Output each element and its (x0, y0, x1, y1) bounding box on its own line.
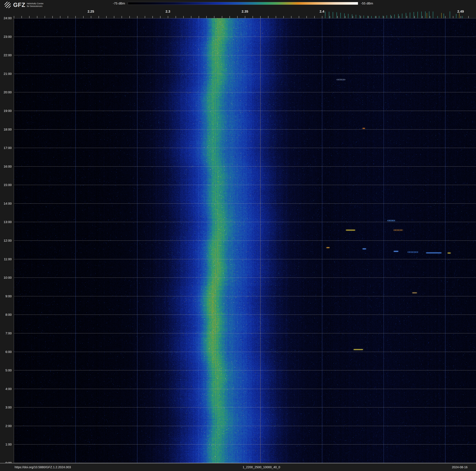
channel-marker-tick (456, 14, 456, 18)
freq-minor-tick (299, 16, 299, 18)
time-tick-label: 1:00 (5, 443, 12, 446)
logo-subtitle: Helmholtz Centre for Geosciences (27, 2, 43, 8)
time-tick-label: 20:00 (3, 91, 12, 94)
freq-minor-tick (399, 16, 399, 18)
channel-marker-tick (443, 14, 444, 18)
rfi-event (448, 253, 451, 253)
freq-minor-tick (91, 16, 91, 18)
hour-gridline (14, 92, 476, 92)
freq-minor-tick (376, 16, 376, 18)
time-tick-label: 7:00 (5, 331, 12, 335)
freq-minor-tick (75, 16, 76, 18)
channel-marker-tick (414, 12, 414, 18)
freq-minor-tick (422, 16, 422, 18)
freq-minor-tick (83, 16, 84, 18)
freq-minor-tick (183, 16, 184, 18)
freq-minor-tick (260, 16, 261, 18)
hour-gridline (14, 370, 476, 370)
hour-gridline (14, 389, 476, 389)
freq-minor-tick (230, 16, 230, 18)
channel-marker-tick (348, 14, 348, 18)
freq-minor-tick (45, 16, 45, 18)
channel-marker-tick (356, 15, 356, 18)
channel-marker-tick (325, 12, 325, 18)
rfi-event (346, 230, 355, 230)
rfi-event (326, 247, 329, 248)
hour-gridline (14, 74, 476, 74)
channel-marker-tick (438, 16, 438, 18)
freq-minor-tick (368, 16, 369, 18)
rfi-event (388, 220, 395, 221)
freq-minor-tick (283, 16, 284, 18)
freq-minor-tick (345, 16, 345, 18)
channel-marker-tick (364, 16, 364, 18)
freq-minor-tick (129, 16, 130, 18)
hour-gridline (14, 185, 476, 185)
channel-marker-tick (406, 13, 406, 18)
time-tick-label: 4:00 (5, 387, 12, 391)
channel-marker-tick (402, 14, 402, 18)
freq-minor-tick (360, 16, 361, 18)
channel-marker-tick (367, 16, 368, 18)
time-tick-label: 15:00 (3, 183, 12, 187)
freq-minor-tick (168, 16, 168, 18)
hour-gridline (14, 203, 476, 204)
time-tick-label: 21:00 (3, 72, 12, 76)
channel-marker-tick (410, 12, 410, 18)
freq-tick-label: 2.49 (457, 10, 464, 14)
channel-marker-tick (337, 12, 337, 18)
hour-gridline (14, 277, 476, 278)
plot-overlays (14, 18, 476, 463)
freq-minor-tick (222, 16, 222, 18)
rfi-event (362, 128, 365, 129)
channel-marker-tick (383, 16, 383, 18)
channel-marker-tick (391, 15, 391, 18)
freq-minor-tick (68, 16, 68, 18)
time-tick-label: 18:00 (3, 127, 12, 131)
rfi-event (412, 292, 417, 293)
time-tick-label: 23:00 (3, 35, 12, 38)
freq-minor-tick (337, 16, 338, 18)
freq-minor-tick (237, 16, 238, 18)
freq-minor-tick (384, 16, 384, 18)
footer-date: 2024-08-16 (452, 466, 468, 469)
channel-marker-tick (329, 12, 329, 18)
freq-minor-tick (268, 16, 268, 18)
freq-minor-tick (137, 16, 137, 18)
freq-tick-label: 2.3 (166, 10, 170, 14)
freq-minor-tick (14, 16, 14, 18)
channel-marker-tick (394, 15, 395, 18)
hour-gridline (14, 407, 476, 408)
freq-tick-label: 2.25 (87, 10, 94, 14)
time-tick-label: 9:00 (5, 294, 12, 298)
time-axis: 24:0023:0022:0021:0020:0019:0018:0017:00… (0, 18, 14, 463)
time-tick-label: 2:00 (5, 424, 12, 428)
freq-minor-tick (407, 16, 407, 18)
time-tick-label: 24:00 (3, 16, 12, 20)
freq-minor-tick (314, 16, 315, 18)
time-tick-label: 6:00 (5, 350, 12, 354)
hour-gridline (14, 111, 476, 111)
footer: https://doi.org/10.5880/GFZ.1.2.2024.003… (0, 463, 476, 471)
channel-marker-tick (340, 13, 341, 18)
rfi-event (362, 249, 366, 249)
freq-minor-tick (176, 16, 176, 18)
channel-marker-tick (371, 16, 372, 18)
rfi-event (337, 79, 345, 80)
hour-gridline (14, 222, 476, 222)
channel-marker-tick (360, 15, 360, 18)
freq-minor-tick (199, 16, 199, 18)
freq-minor-tick (122, 16, 122, 18)
rfi-event (394, 230, 403, 230)
channel-marker-tick-olive (459, 13, 459, 18)
spectrogram-plot (14, 18, 476, 463)
freq-minor-tick (37, 16, 37, 18)
rfi-event (354, 349, 363, 350)
freq-minor-tick (306, 16, 307, 18)
gfz-logo-icon (4, 1, 11, 9)
time-tick-label: 3:00 (5, 405, 12, 409)
time-tick-label: 19:00 (3, 109, 12, 113)
freq-minor-tick (468, 16, 469, 18)
colorbar: -75 dBm -55 dBm (113, 1, 373, 5)
hour-gridline (14, 166, 476, 167)
